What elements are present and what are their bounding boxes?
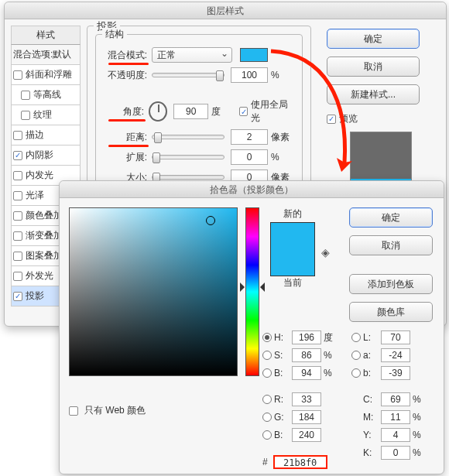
m-input[interactable]: 11 xyxy=(381,410,410,424)
radio-b[interactable] xyxy=(262,368,272,378)
opacity-input[interactable]: 100 xyxy=(231,67,268,83)
cp-cancel-button[interactable]: 取消 xyxy=(349,235,433,255)
add-swatch-button[interactable]: 添加到色板 xyxy=(349,274,433,294)
hex-label: # xyxy=(262,457,268,467)
l-input[interactable]: 70 xyxy=(381,330,410,344)
spread-label: 扩展: xyxy=(104,151,147,164)
style-checkbox-11[interactable] xyxy=(13,292,22,301)
cancel-button[interactable]: 取消 xyxy=(327,57,420,77)
new-style-button[interactable]: 新建样式... xyxy=(327,84,420,104)
angle-label: 角度: xyxy=(104,105,144,118)
style-item-3[interactable]: 描边 xyxy=(11,125,81,146)
blend-mode-select[interactable]: 正常 xyxy=(152,47,232,63)
preview-checkbox[interactable] xyxy=(327,115,336,124)
dialog-buttons: 确定 取消 新建样式... 预览 xyxy=(327,29,435,186)
style-label-10: 外发光 xyxy=(26,269,53,283)
global-light-checkbox[interactable] xyxy=(239,107,248,116)
h-input[interactable]: 196 xyxy=(292,330,321,344)
style-checkbox-1[interactable] xyxy=(21,91,30,100)
blend-mode-label: 混合模式: xyxy=(104,49,147,62)
styles-header: 样式 xyxy=(11,26,81,45)
layer-style-title: 图层样式 xyxy=(5,2,446,19)
style-item-0[interactable]: 斜面和浮雕 xyxy=(11,65,81,85)
g-input[interactable]: 184 xyxy=(292,410,321,424)
web-only-checkbox[interactable] xyxy=(69,406,78,416)
style-checkbox-4[interactable] xyxy=(13,151,22,160)
distance-unit: 像素 xyxy=(271,131,294,144)
style-label-6: 光泽 xyxy=(26,189,44,202)
opacity-label: 不透明度: xyxy=(104,69,147,82)
distance-label: 距离: xyxy=(104,131,147,144)
style-label-7: 颜色叠加 xyxy=(26,209,63,222)
style-label-9: 图案叠加 xyxy=(26,249,63,262)
radio-h[interactable] xyxy=(262,333,272,342)
hue-cursor[interactable] xyxy=(242,283,263,292)
style-label-0: 斜面和浮雕 xyxy=(26,68,72,81)
preview-box xyxy=(350,132,412,186)
bv-input[interactable]: 94 xyxy=(292,366,321,380)
radio-a[interactable] xyxy=(351,351,361,360)
color-picker-title: 拾色器（投影颜色） xyxy=(60,181,444,198)
style-label-1: 等高线 xyxy=(33,88,61,101)
new-current-swatch[interactable] xyxy=(270,222,315,276)
style-label-8: 渐变叠加 xyxy=(26,229,63,242)
spread-input[interactable]: 0 xyxy=(231,149,268,165)
sv-cursor[interactable] xyxy=(206,216,215,225)
ok-button[interactable]: 确定 xyxy=(327,29,420,49)
style-checkbox-0[interactable] xyxy=(13,70,22,80)
hue-slider[interactable] xyxy=(245,207,259,376)
new-color-label: 新的 xyxy=(270,207,315,221)
b2-input[interactable]: -39 xyxy=(381,366,410,380)
structure-legend: 结构 xyxy=(102,28,127,41)
shadow-color-swatch[interactable] xyxy=(240,48,268,62)
opacity-slider[interactable] xyxy=(152,73,224,77)
style-checkbox-9[interactable] xyxy=(13,252,22,261)
cube-icon[interactable]: ◈ xyxy=(321,246,330,259)
style-checkbox-10[interactable] xyxy=(13,272,22,281)
a-input[interactable]: -24 xyxy=(381,348,410,362)
angle-input[interactable]: 90 xyxy=(173,104,208,119)
distance-slider[interactable] xyxy=(152,135,224,139)
style-checkbox-8[interactable] xyxy=(13,231,22,241)
radio-l[interactable] xyxy=(351,333,361,342)
style-checkbox-3[interactable] xyxy=(13,131,22,140)
color-lib-button[interactable]: 颜色库 xyxy=(349,302,433,322)
y-input[interactable]: 4 xyxy=(381,428,410,442)
opacity-unit: % xyxy=(271,70,294,80)
angle-dial[interactable] xyxy=(149,101,167,122)
style-label-11: 投影 xyxy=(26,289,44,303)
web-only-label: 只有 Web 颜色 xyxy=(84,404,146,417)
c-input[interactable]: 69 xyxy=(381,392,410,406)
style-label-4: 内阴影 xyxy=(26,149,53,162)
current-color-label: 当前 xyxy=(270,276,315,289)
radio-g[interactable] xyxy=(262,413,272,422)
k-input[interactable]: 0 xyxy=(381,446,410,460)
radio-bc[interactable] xyxy=(262,430,272,440)
style-label-3: 描边 xyxy=(26,128,44,142)
style-item-1[interactable]: 等高线 xyxy=(11,85,81,105)
global-light-label: 使用全局光 xyxy=(251,98,294,125)
bc-input[interactable]: 240 xyxy=(292,428,321,442)
color-fields: H: 196度 L:70 S: 86% a:-24 B: 94% b:-39 R… xyxy=(262,327,434,464)
style-checkbox-5[interactable] xyxy=(13,171,22,180)
radio-r[interactable] xyxy=(262,395,272,404)
style-label-2: 纹理 xyxy=(33,108,52,122)
style-checkbox-7[interactable] xyxy=(13,211,22,221)
blend-options-default[interactable]: 混合选项:默认 xyxy=(11,45,81,65)
hex-input[interactable]: 21b8f0 xyxy=(273,455,327,469)
r-input[interactable]: 33 xyxy=(292,392,321,406)
spread-slider[interactable] xyxy=(152,155,224,159)
style-checkbox-6[interactable] xyxy=(13,191,22,200)
style-checkbox-2[interactable] xyxy=(21,111,30,120)
style-item-2[interactable]: 纹理 xyxy=(11,105,81,125)
cp-ok-button[interactable]: 确定 xyxy=(349,207,433,228)
radio-b2[interactable] xyxy=(351,368,361,378)
radio-s[interactable] xyxy=(262,351,272,360)
saturation-value-box[interactable] xyxy=(69,207,238,376)
preview-label: 预览 xyxy=(339,112,358,125)
size-slider[interactable] xyxy=(152,175,224,180)
s-input[interactable]: 86 xyxy=(292,348,321,362)
style-item-4[interactable]: 内阴影 xyxy=(11,146,81,166)
distance-input[interactable]: 2 xyxy=(231,129,268,145)
spread-unit: % xyxy=(271,152,294,163)
